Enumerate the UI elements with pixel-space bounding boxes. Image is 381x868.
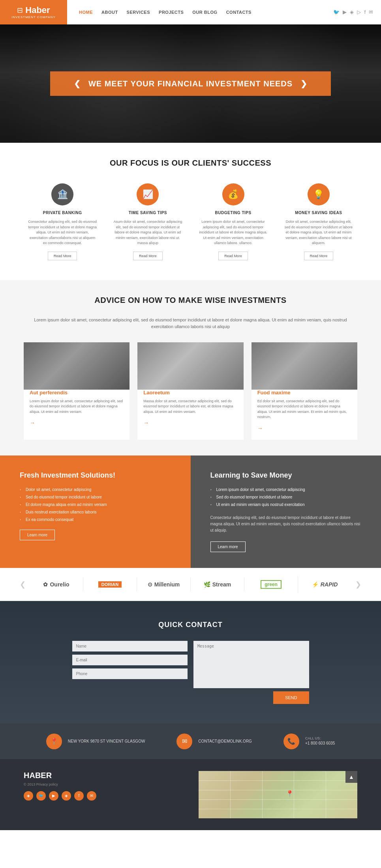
call-us-label: CALL US:	[305, 736, 335, 740]
cta-left-item-2: Sed do eiusmod tempor incididunt ut labo…	[20, 495, 171, 499]
card-title-2: Laoreetum	[143, 390, 237, 396]
advice-title: ADVICE ON HOW TO MAKE WISE INVESTMENTS	[24, 296, 357, 305]
read-more-btn-4[interactable]: Read More	[304, 252, 334, 260]
bulb-icon: 💡	[313, 189, 324, 200]
cta-right-item-1: Lorem ipsum dolor sit amet, consectetur …	[210, 487, 362, 492]
brand-dorian: DORIAN	[83, 577, 137, 592]
hero-next-arrow[interactable]: ❯	[300, 79, 307, 88]
contact-title: QUICK CONTACT	[24, 621, 357, 629]
card-desc-1: Lorem ipsum dolor sit amet, consectetur …	[30, 399, 124, 415]
focus-title: OUR FOCUS IS OUR CLIENTS' SUCCESS	[24, 159, 357, 168]
read-more-btn-3[interactable]: Read More	[218, 252, 248, 260]
card-link-icon-3[interactable]: →	[257, 425, 263, 431]
footer-social-icon-6[interactable]: ✉	[87, 791, 96, 801]
card-link-icon-1[interactable]: →	[30, 420, 35, 426]
brand-label-green: green	[261, 580, 282, 589]
form-right: SEND	[193, 641, 309, 704]
footer-social-icon-4[interactable]: ◈	[62, 791, 71, 801]
hero-prev-arrow[interactable]: ❮	[74, 79, 81, 88]
brands-next-arrow[interactable]: ❯	[351, 580, 365, 589]
brand-stream: 🌿 Stream	[191, 577, 244, 592]
footer-social-icon-5[interactable]: f	[74, 791, 84, 801]
cta-right-item-2: Sed do eiusmod tempor incididunt ut labo…	[210, 495, 362, 499]
phone-input[interactable]	[72, 668, 188, 679]
name-input[interactable]	[72, 641, 188, 651]
footer-map[interactable]: 📍 ▲	[199, 771, 358, 818]
cta-left-item-5: Ex ea commodo consequat	[20, 517, 171, 522]
feature-budgeting: 💰 BUDGETING TIPS Lorem ipsum dolor sit a…	[195, 179, 272, 264]
feature-time-saving: 📈 TIME SAVING TIPS Asum dolor sit amet, …	[109, 179, 186, 264]
millenium-icon: ⊙	[148, 581, 152, 588]
brand-green: green	[244, 576, 298, 593]
nav-about[interactable]: ABOUT	[101, 10, 118, 15]
email-icon-circle: ✉	[176, 734, 192, 749]
facebook-icon[interactable]: f	[364, 9, 366, 15]
brand-ourelio: ✿ Ourelio	[30, 577, 83, 592]
send-button[interactable]: SEND	[273, 691, 309, 704]
advice-card-3: Fuod maxime Ed dolor sit amet, consectet…	[251, 342, 357, 440]
logo[interactable]: ⊟ Haber INVESTMENT COMPANY	[0, 0, 67, 24]
rss-icon[interactable]: ◈	[350, 9, 354, 15]
cta-left-item-1: Dolor sit amet, consectetur adipiscing	[20, 487, 171, 492]
nav-contacts[interactable]: CONTACTS	[226, 10, 251, 15]
youtube-icon[interactable]: ▶	[343, 9, 347, 15]
private-banking-icon-circle: 🏦	[51, 183, 73, 205]
card-image-2	[137, 342, 243, 390]
email-input[interactable]	[72, 655, 188, 665]
email-icon[interactable]: ✉	[369, 9, 373, 15]
hero-banner: ❮ WE MEET YOUR FINANCIAL INVESTMENT NEED…	[50, 71, 331, 96]
cta-left-item-3: Et dolore magna aliqua enim ad minim ven…	[20, 502, 171, 507]
contact-form: SEND	[72, 641, 309, 704]
cta-right-list: Lorem ipsum dolor sit amet, consectetur …	[210, 487, 362, 507]
footer-social-icon-3[interactable]: ▶	[49, 791, 58, 801]
advice-cards: Aut perferendis Lorem ipsum dolor sit am…	[24, 342, 357, 440]
address-icon-circle: 📍	[46, 734, 62, 749]
cta-left-button[interactable]: Learn more	[20, 530, 55, 540]
cta-right: Learning to Save Money Lorem ipsum dolor…	[191, 455, 381, 568]
card-image-1	[24, 342, 130, 390]
mail-icon: ✉	[182, 737, 187, 745]
ourelio-icon: ✿	[43, 581, 48, 588]
feature-desc-1: Consectetur adipiscing elit, sed do eius…	[28, 219, 97, 246]
banking-icon: 🏦	[57, 189, 68, 200]
nav-services[interactable]: SERVICES	[127, 10, 150, 15]
cta-left-title: Fresh Investment Solutions!	[20, 471, 171, 480]
footer: HABER © 2013 Privacy policy ◈ 🐦 ▶ ◈ f ✉ …	[0, 759, 381, 830]
twitter-icon[interactable]: 🐦	[333, 9, 340, 15]
cta-section: Fresh Investment Solutions! Dolor sit am…	[0, 455, 381, 568]
brands-prev-arrow[interactable]: ❮	[16, 580, 30, 589]
footer-left: HABER © 2013 Privacy policy ◈ 🐦 ▶ ◈ f ✉	[24, 771, 183, 801]
info-address: 📍 NEW YORK 9870 ST VINCENT GLASGOW	[46, 734, 145, 749]
advice-card-2: Laoreetum Massa dolor sit amet, consecte…	[137, 342, 243, 440]
nav-projects[interactable]: PROJECTS	[159, 10, 184, 15]
footer-social-icon-2[interactable]: 🐦	[36, 791, 46, 801]
card-image-3	[251, 342, 357, 390]
phone-icon: 📞	[287, 737, 295, 745]
nav-blog[interactable]: OUR BLOG	[192, 10, 217, 15]
cta-right-button[interactable]: Learn more	[210, 541, 246, 552]
scroll-top-button[interactable]: ▲	[345, 771, 357, 783]
location-icon: 📍	[50, 737, 58, 745]
vimeo-icon[interactable]: ▷	[357, 9, 361, 15]
form-left	[72, 641, 188, 704]
features-grid: 🏦 PRIVATE BANKING Consectetur adipiscing…	[24, 179, 357, 264]
nav-home[interactable]: HOME	[79, 10, 93, 15]
brand-label-stream: Stream	[212, 581, 231, 588]
footer-social: ◈ 🐦 ▶ ◈ f ✉	[24, 791, 183, 801]
phone-text: +1 800 603 6035	[305, 740, 335, 747]
contact-section: QUICK CONTACT SEND	[0, 601, 381, 724]
footer-social-icon-1[interactable]: ◈	[24, 791, 33, 801]
logo-name: Haber	[25, 5, 50, 15]
read-more-btn-1[interactable]: Read More	[48, 252, 77, 260]
card-link-icon-2[interactable]: →	[143, 420, 149, 426]
read-more-btn-2[interactable]: Read More	[133, 252, 163, 260]
feature-desc-4: Dolor sit amet, consectetur adipiscing e…	[284, 219, 353, 246]
address-text: NEW YORK 9870 ST VINCENT GLASGOW	[68, 738, 145, 745]
message-textarea[interactable]	[193, 641, 309, 688]
hero-section: ❮ WE MEET YOUR FINANCIAL INVESTMENT NEED…	[0, 24, 381, 143]
brand-rapid: ⚡ RAPID	[298, 577, 351, 592]
focus-section: OUR FOCUS IS OUR CLIENTS' SUCCESS 🏦 PRIV…	[0, 143, 381, 280]
brands-section: ❮ ✿ Ourelio DORIAN ⊙ Millenium 🌿 Stream …	[0, 568, 381, 601]
feature-title-2: TIME SAVING TIPS	[113, 210, 182, 215]
phone-icon-circle: 📞	[283, 734, 299, 749]
